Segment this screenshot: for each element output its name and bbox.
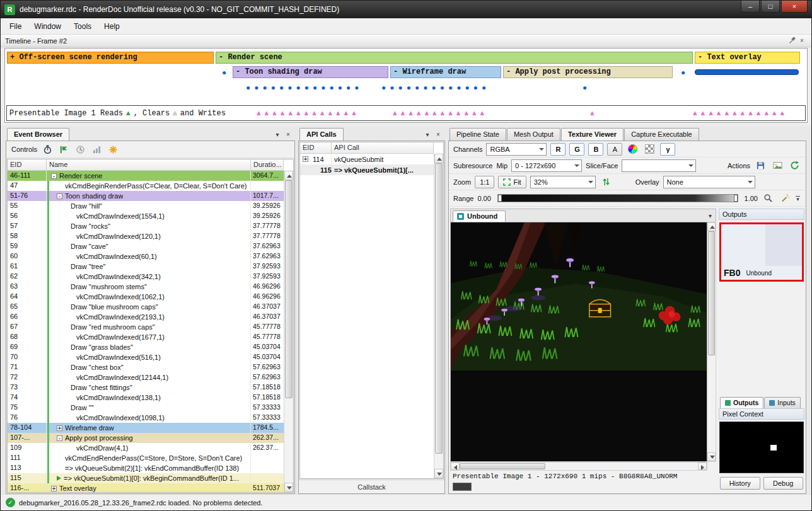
event-browser-scrollbar[interactable] [284, 171, 293, 492]
panel-menu-icon[interactable]: ▾ [424, 131, 431, 138]
pixel-context-canvas[interactable] [719, 422, 804, 473]
chart-icon[interactable] [91, 144, 103, 155]
event-row[interactable]: 116-... +Text overlay 511.7037 [8, 483, 284, 492]
event-row[interactable]: 64 vkCmdDrawIndexed(1062,1) 46.96296 [8, 292, 284, 302]
scrollbar-thumb[interactable] [285, 180, 293, 398]
save-icon[interactable] [754, 159, 767, 172]
history-button[interactable]: History [720, 477, 760, 490]
gamma-button[interactable]: γ [660, 143, 675, 156]
right-panel-tab[interactable]: Capture Executable [624, 128, 699, 141]
scroll-down-button[interactable] [707, 452, 716, 461]
event-row[interactable]: 58 vkCmdDrawIndexed(120,1) 37.77778 [8, 231, 284, 241]
event-row[interactable]: 111 vkCmdEndRenderPass(C=Store, D=Store,… [8, 453, 284, 463]
event-row[interactable]: 78-104 +Wireframe draw 1784.5... [8, 423, 284, 433]
event-dot-begin[interactable]: ● [222, 69, 230, 76]
texture-tab-unbound[interactable]: Unbound [453, 210, 506, 222]
close-button[interactable]: × [781, 1, 808, 13]
scroll-right-button[interactable] [698, 462, 707, 470]
event-row[interactable]: 109 vkCmdDraw(4,1) 262.37... [8, 443, 284, 453]
api-calls-scrollbar[interactable] [434, 154, 443, 478]
timeline-marker-text-overlay[interactable]: - Text overlay [695, 52, 800, 64]
tree-expander-icon[interactable]: - [57, 193, 62, 199]
api-call-row[interactable]: 115 => vkQueueSubmit(1)[... [300, 164, 434, 175]
event-row[interactable]: 71 Draw "chest box" 57.62963 [8, 362, 284, 372]
right-panel-tab[interactable]: Pipeline State [450, 128, 506, 141]
range-slider[interactable] [497, 194, 738, 202]
tab-event-browser[interactable]: Event Browser [7, 128, 69, 141]
event-row[interactable]: 72 vkCmdDrawIndexed(12144,1) 57.62963 [8, 372, 284, 382]
event-row[interactable]: 59 Draw "cave" 37.62963 [8, 241, 284, 251]
panel-close-icon[interactable]: × [284, 131, 292, 138]
column-header-eid[interactable]: EID [300, 142, 332, 153]
event-row[interactable]: 57 Draw "rocks" 37.77778 [8, 221, 284, 231]
texture-tab-menu-icon[interactable]: ▾ [705, 212, 716, 222]
overlay-select[interactable]: None [663, 176, 755, 188]
right-panel-tab[interactable]: Texture Viewer [561, 128, 624, 141]
tab-outputs[interactable]: Outputs [720, 397, 763, 408]
texture-horizontal-scrollbar[interactable] [450, 462, 707, 471]
refresh-icon[interactable] [788, 159, 801, 172]
event-dot-end[interactable]: ● [681, 69, 689, 76]
right-panel-tab[interactable]: Mesh Output [507, 128, 560, 141]
green-channel-button[interactable]: G [569, 143, 584, 156]
timeline-track[interactable]: + Off-screen scene rendering - Render sc… [4, 48, 808, 123]
event-row[interactable]: 107-... -Apply post processing 262.37... [8, 433, 284, 443]
column-header-duration[interactable]: Duratio... [251, 159, 284, 170]
event-row[interactable]: 62 vkCmdDrawIndexed(342,1) 37.92593 [8, 272, 284, 282]
fb0-output-thumbnail[interactable]: FB0 Unbound [719, 222, 804, 282]
zoom-select[interactable]: 32% [530, 176, 596, 188]
blue-channel-button[interactable]: B [588, 143, 603, 156]
event-dots-wireframe[interactable]: ●●●●●●●●●●●●● [381, 84, 490, 91]
export-image-icon[interactable] [771, 159, 784, 172]
scroll-down-button[interactable] [284, 483, 293, 492]
overflow-chevron-icon[interactable]: ▾ [796, 196, 801, 201]
color-wheel-icon[interactable] [626, 143, 639, 156]
panel-menu-icon[interactable]: ▾ [274, 131, 281, 138]
asterisk-icon[interactable] [108, 144, 119, 155]
api-calls-header[interactable]: EID API Call [300, 142, 434, 154]
scrollbar-thumb[interactable] [460, 463, 545, 469]
timeline-marker-toon[interactable]: - Toon shading draw [233, 66, 388, 78]
event-row[interactable]: 70 vkCmdDrawIndexed(516,1) 45.03704 [8, 352, 284, 362]
wand-icon[interactable] [779, 192, 792, 205]
event-row[interactable]: 61 Draw "tree" 37.92593 [8, 261, 284, 272]
tree-expander-icon[interactable]: - [57, 435, 62, 441]
range-min-value[interactable]: 0.00 [477, 195, 490, 202]
timeline-marker-wireframe[interactable]: - Wireframe draw [390, 66, 501, 78]
event-row[interactable]: 67 Draw "red mushroom caps" 45.77778 [8, 322, 284, 332]
event-row[interactable]: 73 Draw "chest fittings" 57.18518 [8, 382, 284, 393]
texture-canvas[interactable] [450, 222, 707, 462]
api-call-row[interactable]: +114 vkQueueSubmit [300, 154, 434, 164]
scrollbar-thumb[interactable] [435, 163, 443, 454]
event-row[interactable]: 47 vkCmdBeginRenderPass(C=Clear, D=Clear… [8, 181, 284, 191]
tree-expander-icon[interactable]: + [303, 156, 308, 162]
event-row[interactable]: 63 Draw "mushroom stems" 46.96296 [8, 282, 284, 292]
close-icon[interactable]: × [797, 37, 807, 44]
tree-expander-icon[interactable]: - [51, 173, 57, 179]
alpha-channel-button[interactable]: A [607, 143, 622, 156]
event-row[interactable]: 66 vkCmdDrawIndexed(2193,1) 46.37037 [8, 312, 284, 322]
event-capsule-text-overlay[interactable] [695, 69, 799, 75]
goto-current-event-icon[interactable] [59, 144, 70, 155]
tab-inputs[interactable]: Inputs [764, 397, 801, 408]
callstack-section[interactable]: Callstack [299, 479, 444, 493]
texture-vertical-scrollbar[interactable] [707, 222, 716, 462]
menu-item[interactable]: Help [98, 20, 126, 33]
menu-item[interactable]: Window [28, 20, 67, 33]
column-header-name[interactable]: Name [47, 159, 251, 170]
zoom-1-1-button[interactable]: 1:1 [475, 176, 494, 188]
panel-close-icon[interactable]: × [434, 131, 442, 138]
scroll-up-button[interactable] [707, 222, 716, 231]
flip-y-icon[interactable] [600, 176, 613, 188]
magnifier-icon[interactable] [762, 192, 775, 205]
maximize-button[interactable]: □ [761, 1, 780, 13]
event-row[interactable]: 51-76 -Toon shading draw 1017.7... [8, 191, 284, 201]
scroll-left-button[interactable] [451, 462, 460, 470]
event-row[interactable]: 69 Draw "grass blades" 45.03704 [8, 342, 284, 352]
scrollbar-thumb[interactable] [708, 231, 715, 355]
write-markers-cluster[interactable]: ▲▲▲▲▲▲▲▲▲▲▲▲▲ [257, 110, 360, 117]
slice-face-select[interactable] [622, 159, 696, 172]
event-row[interactable]: 56 vkCmdDrawIndexed(1554,1) 39.25926 [8, 211, 284, 221]
event-dots-toon[interactable]: ●●●●●●●●●●●●●● [246, 84, 362, 91]
range-min-handle[interactable] [498, 195, 502, 202]
